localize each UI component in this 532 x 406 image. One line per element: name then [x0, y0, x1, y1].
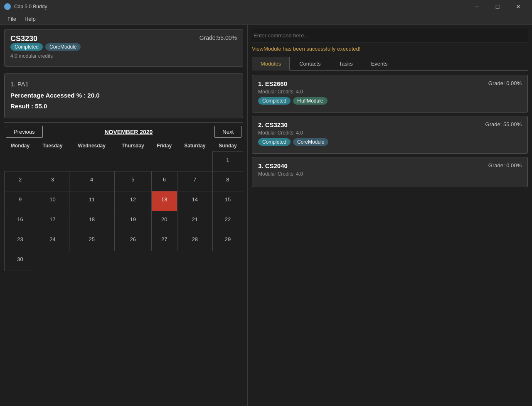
- module-list-title: 1. ES2660: [258, 80, 328, 87]
- module-list-item[interactable]: 3. CS2040Modular Credits: 4.0Grade: 0.00…: [252, 157, 528, 187]
- module-credits: 4.0 modular credits: [10, 53, 81, 59]
- tab-contacts[interactable]: Contacts: [291, 57, 329, 70]
- calendar-nav: Previous NOVEMBER 2020 Next: [4, 122, 243, 140]
- calendar-row: 2345678: [5, 171, 243, 191]
- calendar-day: [177, 251, 212, 271]
- tag-fluffmodule: FluffModule: [293, 97, 327, 105]
- module-list-credits: Modular Credits: 4.0: [258, 130, 328, 136]
- calendar-day[interactable]: 23: [5, 231, 36, 251]
- maximize-button[interactable]: □: [488, 0, 507, 13]
- assessment-number: 1. PA1: [10, 81, 237, 88]
- tag-completed: Completed: [258, 97, 291, 105]
- calendar-day[interactable]: 20: [151, 211, 177, 231]
- calendar-day[interactable]: 18: [69, 211, 114, 231]
- calendar-header-row: Monday Tuesday Wednesday Thursday Friday…: [5, 140, 243, 152]
- calendar-table: Monday Tuesday Wednesday Thursday Friday…: [4, 140, 243, 271]
- tag-completed: Completed: [258, 138, 291, 146]
- menubar: File Help: [0, 13, 532, 25]
- previous-button[interactable]: Previous: [6, 126, 43, 138]
- calendar-day[interactable]: 30: [5, 251, 36, 271]
- calendar-day[interactable]: 29: [212, 231, 243, 251]
- minimize-button[interactable]: ─: [467, 0, 486, 13]
- calendar-day[interactable]: 26: [114, 231, 151, 251]
- module-list-item-left: 1. ES2660Modular Credits: 4.0CompletedFl…: [258, 80, 328, 107]
- calendar-day[interactable]: 3: [36, 171, 69, 191]
- calendar-day[interactable]: 2: [5, 171, 36, 191]
- module-list-item[interactable]: 2. CS3230Modular Credits: 4.0CompletedCo…: [252, 116, 528, 154]
- module-list-grade: Grade: 0.00%: [488, 162, 522, 169]
- calendar-day[interactable]: 5: [114, 171, 151, 191]
- calendar-day[interactable]: 9: [5, 191, 36, 211]
- calendar-day[interactable]: 28: [177, 231, 212, 251]
- module-list-item-left: 3. CS2040Modular Credits: 4.0: [258, 162, 303, 182]
- calendar-day[interactable]: 4: [69, 171, 114, 191]
- calendar-day[interactable]: 27: [151, 231, 177, 251]
- day-friday: Friday: [151, 140, 177, 152]
- module-list-grade: Grade: 55.00%: [485, 121, 522, 127]
- calendar-day[interactable]: 1: [212, 152, 243, 171]
- tag-coremodule: CoreModule: [45, 43, 81, 51]
- right-panel: ViewModule has been successfully execute…: [248, 25, 532, 406]
- calendar-day: [36, 152, 69, 171]
- day-saturday: Saturday: [177, 140, 212, 152]
- calendar-row: 23242526272829: [5, 231, 243, 251]
- module-list-tags: CompletedFluffModule: [258, 97, 328, 105]
- calendar-month-title: NOVEMBER 2020: [104, 129, 153, 135]
- calendar-day[interactable]: 12: [114, 191, 151, 211]
- module-list-grade: Grade: 0.00%: [488, 80, 522, 86]
- calendar-day: [114, 251, 151, 271]
- tabs: Modules Contacts Tasks Events: [252, 57, 528, 71]
- close-button[interactable]: ✕: [509, 0, 528, 13]
- next-button[interactable]: Next: [214, 126, 241, 138]
- calendar-day: [177, 152, 212, 171]
- module-list-item[interactable]: 1. ES2660Modular Credits: 4.0CompletedFl…: [252, 75, 528, 113]
- day-thursday: Thursday: [114, 140, 151, 152]
- calendar-day: [151, 152, 177, 171]
- calendar-section: Previous NOVEMBER 2020 Next Monday Tuesd…: [4, 122, 243, 402]
- module-list-title: 2. CS3230: [258, 121, 328, 128]
- tab-modules[interactable]: Modules: [252, 57, 290, 71]
- calendar-day: [69, 251, 114, 271]
- calendar-day[interactable]: 13: [151, 191, 177, 211]
- calendar-day[interactable]: 14: [177, 191, 212, 211]
- module-list-credits: Modular Credits: 4.0: [258, 89, 328, 95]
- calendar-day[interactable]: 10: [36, 191, 69, 211]
- percentage-label: Percentage Accessed % : 20.0: [10, 92, 100, 99]
- calendar-day[interactable]: 22: [212, 211, 243, 231]
- calendar-day[interactable]: 21: [177, 211, 212, 231]
- window-controls: ─ □ ✕: [467, 0, 528, 13]
- module-list-item-left: 2. CS3230Modular Credits: 4.0CompletedCo…: [258, 121, 328, 148]
- main-layout: CS3230 Completed CoreModule 4.0 modular …: [0, 25, 532, 406]
- calendar-day[interactable]: 8: [212, 171, 243, 191]
- calendar-day[interactable]: 17: [36, 211, 69, 231]
- menu-file[interactable]: File: [3, 14, 20, 24]
- calendar-day[interactable]: 7: [177, 171, 212, 191]
- app-icon: [4, 3, 11, 10]
- calendar-day: [114, 152, 151, 171]
- left-panel: CS3230 Completed CoreModule 4.0 modular …: [0, 25, 248, 406]
- calendar-day[interactable]: 6: [151, 171, 177, 191]
- module-title: CS3230: [10, 34, 81, 43]
- day-tuesday: Tuesday: [36, 140, 69, 152]
- calendar-day[interactable]: 19: [114, 211, 151, 231]
- calendar-day[interactable]: 11: [69, 191, 114, 211]
- module-card-cs3230: CS3230 Completed CoreModule 4.0 modular …: [4, 29, 243, 67]
- calendar-row: 9101112131415: [5, 191, 243, 211]
- success-message: ViewModule has been successfully execute…: [252, 46, 528, 52]
- calendar-day: [36, 251, 69, 271]
- calendar-day[interactable]: 25: [69, 231, 114, 251]
- calendar-day[interactable]: 16: [5, 211, 36, 231]
- app-title: Cap 5.0 Buddy: [14, 4, 467, 10]
- assessment-detail: Percentage Accessed % : 20.0 Result : 55…: [10, 90, 237, 111]
- calendar-day[interactable]: 15: [212, 191, 243, 211]
- command-input[interactable]: [252, 29, 528, 42]
- assessment-card: 1. PA1 Percentage Accessed % : 20.0 Resu…: [4, 73, 243, 118]
- calendar-day[interactable]: 24: [36, 231, 69, 251]
- titlebar: Cap 5.0 Buddy ─ □ ✕: [0, 0, 532, 13]
- calendar-row: 1: [5, 152, 243, 171]
- module-card-header: CS3230 Completed CoreModule 4.0 modular …: [10, 34, 237, 59]
- calendar-row: 16171819202122: [5, 211, 243, 231]
- tab-tasks[interactable]: Tasks: [330, 57, 361, 70]
- tab-events[interactable]: Events: [362, 57, 397, 70]
- menu-help[interactable]: Help: [20, 14, 40, 24]
